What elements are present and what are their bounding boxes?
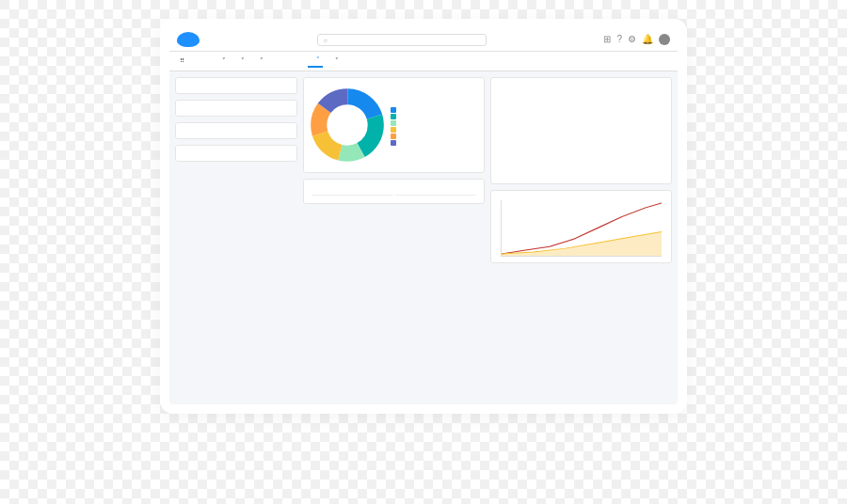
app-launcher-icon[interactable]: ⠿ <box>177 55 187 67</box>
donut-chart <box>310 87 385 163</box>
evolution-table <box>310 189 478 197</box>
monitor-frame: ⌕ ⊞ ? ⚙ 🔔 ⠿ ˅ ˅ ˅ ˅ ˅ <box>160 19 687 414</box>
nav-wave-ops[interactable] <box>289 59 295 63</box>
screen: ⌕ ⊞ ? ⚙ 🔔 ⠿ ˅ ˅ ˅ ˅ ˅ <box>169 28 678 404</box>
daily-sales-card <box>490 190 672 263</box>
kpi-closed-month <box>175 122 297 139</box>
stacked-bar-chart <box>501 87 662 153</box>
nav-wave-rep[interactable] <box>270 59 276 63</box>
donut-legend <box>391 104 399 147</box>
kpi-closed-quarter <box>175 77 297 94</box>
help-icon[interactable]: ? <box>616 34 622 45</box>
kpi-completed-activities <box>175 145 297 162</box>
sales-evolution-card <box>303 179 485 204</box>
nav-bar: ⠿ ˅ ˅ ˅ ˅ ˅ <box>169 52 678 71</box>
monthly-sales-card <box>490 77 672 184</box>
line-chart <box>501 200 662 257</box>
nav-accounts[interactable]: ˅ <box>214 55 229 67</box>
nav-dashboards[interactable]: ˅ <box>308 55 323 68</box>
salesforce-logo[interactable] <box>177 32 200 47</box>
nav-home[interactable] <box>204 59 210 63</box>
nav-wave-exec[interactable] <box>298 59 304 63</box>
kpi-avg-deal-age <box>175 100 297 117</box>
nav-cases[interactable]: ˅ <box>251 55 266 67</box>
app-name <box>191 59 197 63</box>
nav-wave-mgr[interactable] <box>280 59 285 63</box>
nav-more[interactable]: ˅ <box>327 55 342 67</box>
notifications-icon[interactable]: 🔔 <box>642 34 653 45</box>
deals-by-segment-card <box>303 77 485 173</box>
global-header: ⌕ ⊞ ? ⚙ 🔔 <box>169 28 678 52</box>
global-search[interactable]: ⌕ <box>317 34 487 46</box>
settings-icon[interactable]: ⚙ <box>628 34 636 45</box>
search-icon: ⌕ <box>324 37 328 43</box>
avatar-icon[interactable] <box>659 34 670 45</box>
add-icon[interactable]: ⊞ <box>603 34 611 45</box>
nav-opportunities[interactable]: ˅ <box>232 55 248 67</box>
